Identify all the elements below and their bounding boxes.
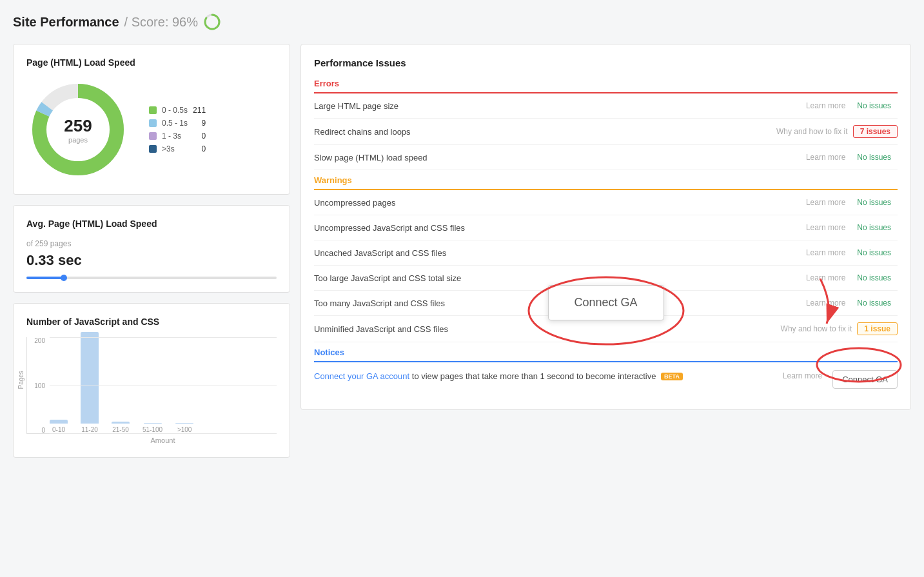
bar-label-3: 51-100 xyxy=(143,426,162,433)
avg-value: 0.33 sec xyxy=(26,252,277,269)
page-title: Site Performance xyxy=(13,15,119,30)
arrow-annotation xyxy=(807,279,846,332)
bar-group-1: 11-20 xyxy=(81,332,99,433)
connect-ga-small-button[interactable]: Connect GA xyxy=(832,370,898,389)
avg-speed-card: Avg. Page (HTML) Load Speed of 259 pages… xyxy=(13,205,290,293)
legend-count-1: 9 xyxy=(201,119,206,128)
legend-count-0: 211 xyxy=(193,106,206,115)
errors-section-header: Errors xyxy=(314,79,898,93)
issue-row-uncompressed-pages: Uncompressed pages Learn more No issues xyxy=(314,190,898,215)
y-label-0: 0 xyxy=(27,427,45,434)
js-css-card: Number of JavaScript and CSS 200 100 0 P… xyxy=(13,303,290,458)
load-speed-title: Page (HTML) Load Speed xyxy=(26,57,277,68)
page-header: Site Performance / Score: 96% xyxy=(13,13,911,31)
connect-ga-link[interactable]: Connect your GA account xyxy=(314,371,409,381)
learn-more-link[interactable]: Learn more xyxy=(806,248,845,257)
y-axis-labels: 200 100 0 xyxy=(27,337,45,434)
score-circle-icon xyxy=(203,13,221,31)
legend-color-0 xyxy=(149,106,157,114)
status-badge: No issues xyxy=(850,247,898,259)
performance-issues-panel: Performance Issues Errors Large HTML pag… xyxy=(300,44,911,410)
learn-more-link[interactable]: Learn more xyxy=(806,223,845,232)
notice-text: Connect your GA account to view pages th… xyxy=(314,370,772,383)
bar-2 xyxy=(112,422,130,424)
issue-name: Uncached JavaScript and CSS files xyxy=(314,248,801,258)
bar-label-0: 0-10 xyxy=(52,426,65,433)
donut-total: 259 xyxy=(64,116,92,136)
legend-color-1 xyxy=(149,119,157,127)
error-badge[interactable]: 7 issues xyxy=(853,125,898,138)
legend-label-3: >3s xyxy=(162,144,196,153)
legend-color-2 xyxy=(149,132,157,140)
legend-count-2: 0 xyxy=(201,132,206,141)
legend-item-1: 0.5 - 1s 9 xyxy=(149,119,206,128)
issue-row-redirect: Redirect chains and loops Why and how to… xyxy=(314,119,898,145)
overlay-container: Connect GA xyxy=(547,285,664,320)
legend-label-0: 0 - 0.5s xyxy=(162,106,188,115)
bar-chart: 200 100 0 Pages 0-10 11-20 xyxy=(26,337,277,434)
donut-section: 259 pages 0 - 0.5s 211 0.5 - 1s 9 xyxy=(26,78,277,181)
bar-3 xyxy=(144,423,162,424)
donut-unit: pages xyxy=(64,136,92,144)
avg-bar xyxy=(26,277,277,279)
connect-ga-overlay-wrapper: Connect GA xyxy=(547,285,664,320)
bar-4 xyxy=(175,423,193,424)
bar-group-0: 0-10 xyxy=(50,420,68,433)
bar-label-4: >100 xyxy=(177,426,192,433)
right-panel-wrapper: Performance Issues Errors Large HTML pag… xyxy=(300,44,911,458)
status-badge: No issues xyxy=(850,197,898,208)
warnings-section-header: Warnings xyxy=(314,175,898,190)
bar-group-3: 51-100 xyxy=(143,423,162,433)
y-axis-title: Pages xyxy=(17,371,25,389)
legend-count-3: 0 xyxy=(201,144,206,153)
status-badge: No issues xyxy=(850,297,898,309)
issue-row-large-html: Large HTML page size Learn more No issue… xyxy=(314,93,898,119)
status-badge: No issues xyxy=(850,222,898,233)
notice-row: Connect your GA account to view pages th… xyxy=(314,362,898,396)
avg-bar-fill xyxy=(26,277,64,279)
x-axis-title: Amount xyxy=(26,436,277,444)
learn-more-link[interactable]: Learn more xyxy=(806,153,845,162)
legend-item-2: 1 - 3s 0 xyxy=(149,132,206,141)
notices-section-header: Notices xyxy=(314,347,898,362)
donut-chart: 259 pages xyxy=(26,78,130,181)
main-layout: Page (HTML) Load Speed 259 pages xyxy=(13,44,911,458)
left-column: Page (HTML) Load Speed 259 pages xyxy=(13,44,290,458)
bar-label-1: 11-20 xyxy=(81,426,98,433)
avg-subtitle: of 259 pages xyxy=(26,239,277,248)
panel-title: Performance Issues xyxy=(314,57,898,68)
js-css-title: Number of JavaScript and CSS xyxy=(26,317,277,327)
legend-label-2: 1 - 3s xyxy=(162,132,196,141)
issue-row-uncompressed-js: Uncompressed JavaScript and CSS files Le… xyxy=(314,215,898,240)
legend-item-3: >3s 0 xyxy=(149,144,206,153)
issues-container: Errors Large HTML page size Learn more N… xyxy=(314,79,898,396)
status-badge: No issues xyxy=(850,272,898,284)
issue-name: Large HTML page size xyxy=(314,101,801,111)
avg-speed-title: Avg. Page (HTML) Load Speed xyxy=(26,219,277,229)
avg-bar-dot xyxy=(61,275,67,281)
status-badge: No issues xyxy=(850,152,898,163)
why-fix-link[interactable]: Why and how to fix it xyxy=(776,127,848,136)
arrow-svg xyxy=(807,279,846,330)
issue-name: Redirect chains and loops xyxy=(314,127,771,137)
svg-point-5 xyxy=(528,277,683,344)
issue-row-slow-html: Slow page (HTML) load speed Learn more N… xyxy=(314,145,898,170)
notice-text-middle: to view pages that take more than 1 seco… xyxy=(412,371,656,381)
y-label-100: 100 xyxy=(27,382,45,389)
bar-group-2: 21-50 xyxy=(112,422,130,433)
learn-more-link[interactable]: Learn more xyxy=(806,198,845,207)
status-badge: No issues xyxy=(850,100,898,112)
bar-label-2: 21-50 xyxy=(112,426,129,433)
load-speed-card: Page (HTML) Load Speed 259 pages xyxy=(13,44,290,195)
learn-more-link[interactable]: Learn more xyxy=(806,101,845,110)
legend-item-0: 0 - 0.5s 211 xyxy=(149,106,206,115)
learn-more-notice-link[interactable]: Learn more xyxy=(783,370,822,380)
bar-group-4: >100 xyxy=(175,423,193,433)
issue-name: Uncompressed pages xyxy=(314,198,801,208)
beta-badge: BETA xyxy=(661,373,683,380)
page-score: / Score: 96% xyxy=(124,15,199,30)
donut-legend: 0 - 0.5s 211 0.5 - 1s 9 1 - 3s 0 xyxy=(149,106,206,153)
circle-annotation-1 xyxy=(522,272,689,349)
issue-row-uncached: Uncached JavaScript and CSS files Learn … xyxy=(314,240,898,266)
warning-badge[interactable]: 1 issue xyxy=(857,322,898,335)
